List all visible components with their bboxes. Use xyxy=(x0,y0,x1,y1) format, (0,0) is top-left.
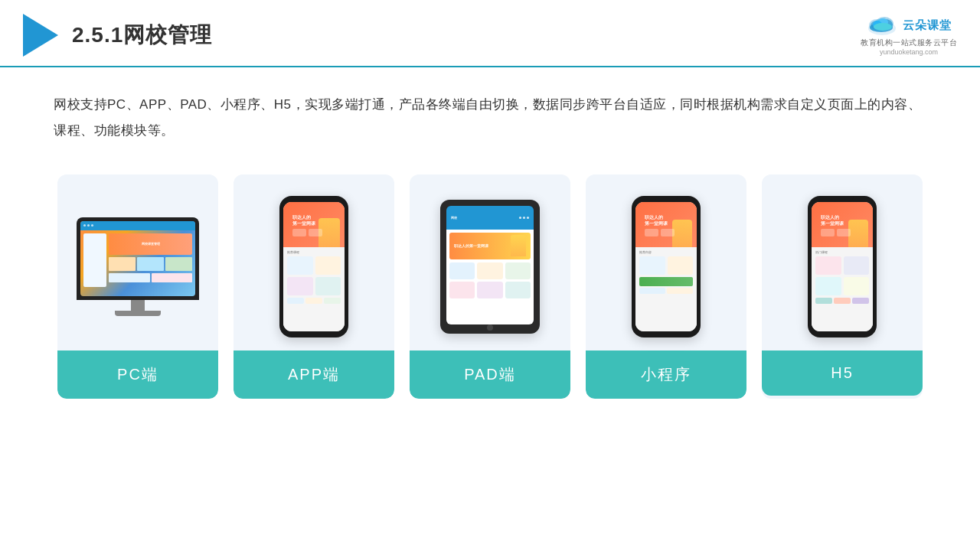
h5-mockup: 职达人的第一堂网课 热门课程 xyxy=(808,196,877,337)
pc-mockup: 网校课堂管理 xyxy=(77,217,199,316)
card-app-label: APP端 xyxy=(234,350,394,399)
card-pad-label: PAD端 xyxy=(410,350,570,399)
card-pc: 网校课堂管理 xyxy=(57,174,218,399)
logo-area: 云朵课堂 教育机构一站式服务云平台 yunduoketang.com xyxy=(861,15,957,56)
description-text: 网校支持PC、APP、PAD、小程序、H5，实现多端打通，产品各终端自由切换，数… xyxy=(54,92,926,144)
logo-url: yunduoketang.com xyxy=(880,48,938,56)
logo-text: 云朵课堂 xyxy=(903,18,952,33)
cards-container: 网校课堂管理 xyxy=(0,159,980,422)
card-pc-label: PC端 xyxy=(57,350,218,399)
pad-mockup: 网校 职达人的第一堂网课 xyxy=(440,200,540,334)
card-pad: 网校 职达人的第一堂网课 xyxy=(410,174,570,399)
card-pad-image: 网校 职达人的第一堂网课 xyxy=(410,174,570,350)
description: 网校支持PC、APP、PAD、小程序、H5，实现多端打通，产品各终端自由切换，数… xyxy=(0,67,980,159)
header: 2.5.1网校管理 云朵课堂 教育机构一站式服务云平台 yunduoketang… xyxy=(0,0,980,67)
miniapp-mockup: 职达人的第一堂网课 推荐内容 xyxy=(632,196,701,337)
cloud-icon xyxy=(866,15,898,36)
card-miniapp: 职达人的第一堂网课 推荐内容 xyxy=(586,174,746,399)
card-app: 职达人的第一堂网课 推荐课程 xyxy=(234,174,394,399)
page-title: 2.5.1网校管理 xyxy=(72,21,212,50)
card-h5: 职达人的第一堂网课 热门课程 xyxy=(762,174,923,399)
play-icon xyxy=(23,14,58,57)
card-app-image: 职达人的第一堂网课 推荐课程 xyxy=(234,174,394,350)
header-left: 2.5.1网校管理 xyxy=(23,14,212,57)
svg-point-8 xyxy=(874,23,892,31)
logo-cloud: 云朵课堂 xyxy=(866,15,952,36)
logo-tagline: 教育机构一站式服务云平台 xyxy=(861,37,957,48)
card-h5-label: H5 xyxy=(762,350,923,396)
app-mockup: 职达人的第一堂网课 推荐课程 xyxy=(279,196,348,337)
card-miniapp-image: 职达人的第一堂网课 推荐内容 xyxy=(586,174,746,350)
card-pc-image: 网校课堂管理 xyxy=(57,174,218,350)
card-miniapp-label: 小程序 xyxy=(586,350,746,399)
card-h5-image: 职达人的第一堂网课 热门课程 xyxy=(762,174,923,350)
